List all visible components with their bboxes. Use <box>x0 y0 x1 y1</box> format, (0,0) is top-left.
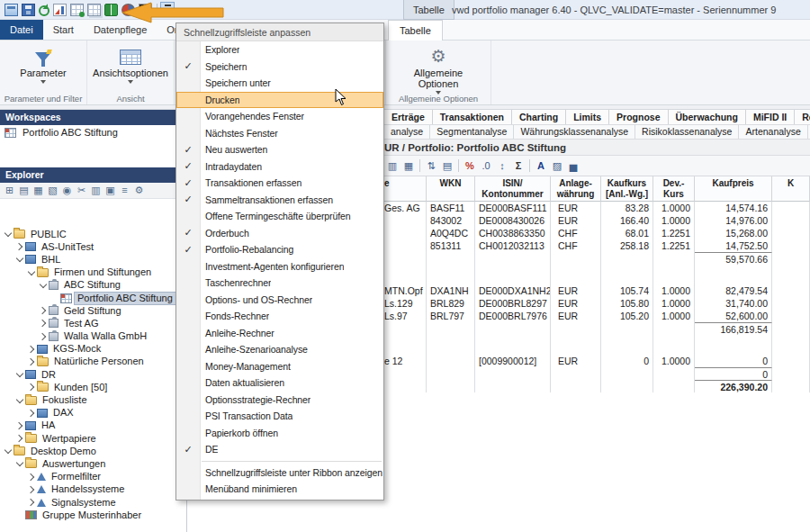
ribbon-tab-start[interactable]: Start <box>43 20 84 40</box>
tree-item-nat-rliche-personen[interactable]: Natürliche Personen <box>0 356 186 368</box>
menu-item-transaktionen-erfassen[interactable]: ✓Transaktionen erfassen <box>176 175 383 192</box>
menu-item-anleihe-szenarioanalyse[interactable]: Anleihe-Szenarioanalyse <box>176 341 383 358</box>
menu-item-sammeltransaktionen-erfassen[interactable]: ✓Sammeltransaktionen erfassen <box>176 192 383 209</box>
tree-item-test-ag[interactable]: Test AG <box>0 317 186 329</box>
tree-item-kunden-50[interactable]: Kunden [50] <box>0 381 186 393</box>
settings-icon[interactable]: ⚙ <box>132 184 146 197</box>
expander-open-icon[interactable] <box>15 396 24 405</box>
rows-icon[interactable]: ▤ <box>440 158 454 173</box>
tab-analyse[interactable]: analyse <box>384 125 430 139</box>
parameter-button[interactable]: Parameter <box>0 44 86 84</box>
search-icon[interactable]: ◉ <box>60 184 74 197</box>
menu-item-neu-auswerten[interactable]: ✓Neu auswerten <box>176 141 383 158</box>
tab-segmentanalyse[interactable]: Segmentanalyse <box>430 125 514 139</box>
expander-closed-icon[interactable] <box>27 357 36 366</box>
percent-icon[interactable]: % <box>463 158 477 173</box>
column-header-dev[interactable]: Dev.-Kurs <box>653 176 695 202</box>
transaktionen-erfassen-icon[interactable] <box>70 4 84 16</box>
copy-icon[interactable]: ▥ <box>89 184 103 197</box>
tab-limits[interactable]: Limits <box>566 110 609 124</box>
expander-closed-icon[interactable] <box>27 498 36 507</box>
sum-icon[interactable]: Σ <box>511 158 526 173</box>
allgemeine-optionen-button[interactable]: ⚙ Allgemeine Optionen <box>386 44 490 95</box>
tree-item-walla-walla-gmbh[interactable]: Walla Walla GmbH <box>0 330 186 343</box>
tree-item-fokusliste[interactable]: Fokusliste <box>0 393 186 406</box>
fill-icon[interactable]: ▨ <box>550 158 564 173</box>
menu-item-schnellzugriffsleiste-unter-ribbon-anzeigen[interactable]: Schnellzugriffsleiste unter Ribbon anzei… <box>176 464 383 482</box>
menu-item-anleihe-rechner[interactable]: Anleihe-Rechner <box>176 325 383 342</box>
tab-transaktionen[interactable]: Transaktionen <box>433 110 512 124</box>
expander-closed-icon[interactable] <box>27 473 36 482</box>
tree-item-bhl[interactable]: BHL <box>0 253 186 266</box>
menu-item-explorer[interactable]: Explorer <box>176 41 383 59</box>
neu-auswerten-icon[interactable] <box>39 5 50 16</box>
tree-item-wertpapiere[interactable]: Wertpapiere <box>0 432 186 445</box>
table-view-icon[interactable]: ▦ <box>401 158 416 173</box>
tree-item-geld-stiftung[interactable]: Geld Stiftung <box>0 304 186 317</box>
menu-item-investment-agenten-konfigurieren[interactable]: Investment-Agenten konfigurieren <box>176 258 383 275</box>
menu-item-portfolio-rebalancing[interactable]: ✓Portfolio-Rebalancing <box>176 241 383 258</box>
menu-item-speichern-unter[interactable]: Speichern unter <box>176 75 383 92</box>
tab-artenanalyse[interactable]: Artenanalyse <box>739 125 807 139</box>
tree-item-ha[interactable]: HA <box>0 419 186 432</box>
menu-item-intradaydaten[interactable]: ✓Intradaydaten <box>176 158 383 176</box>
tab-risikoklassenanalyse[interactable]: Risikoklassenanalyse <box>635 125 739 139</box>
expander-open-icon[interactable] <box>4 230 13 239</box>
sort-icon[interactable]: ⇅ <box>424 158 438 173</box>
tree-item-abc-stiftung[interactable]: ABC Stiftung <box>0 279 186 292</box>
tree-item-portfolio-abc-stiftung[interactable]: Portfolio ABC Stiftung <box>0 292 186 304</box>
menu-item-money-management[interactable]: Money-Management <box>176 358 383 375</box>
expander-closed-icon[interactable] <box>15 434 24 443</box>
menu-item-optionsstrategie-rechner[interactable]: Optionsstrategie-Rechner <box>176 392 383 409</box>
font-icon[interactable]: A <box>534 158 548 173</box>
tree-item-auswertungen[interactable]: Auswertungen <box>0 457 186 470</box>
tree-item-signalsysteme[interactable]: Signalsysteme <box>0 496 186 509</box>
expander-closed-icon[interactable] <box>39 306 48 315</box>
expander-open-icon[interactable] <box>15 255 24 264</box>
menu-item-vorangehendes-fenster[interactable]: Vorangehendes Fenster <box>176 108 383 125</box>
menu-item-men-band-minimieren[interactable]: Menüband minimieren <box>176 481 383 498</box>
menu-item-psi-transaction-data[interactable]: PSI Transaction Data <box>176 408 383 425</box>
ansichtsoptionen-button[interactable]: Ansichtsoptionen <box>87 44 174 84</box>
tree-item-as-unittest[interactable]: AS-UnitTest <box>0 240 186 253</box>
column-header-wkn[interactable]: WKN <box>427 176 475 202</box>
tab-charting[interactable]: Charting <box>512 110 566 124</box>
column-header-k[interactable]: K <box>772 176 810 202</box>
ribbon-tab-tabelle[interactable]: Tabelle <box>388 20 443 41</box>
chart-icon[interactable]: ▅ <box>566 158 580 173</box>
expander-closed-icon[interactable] <box>27 485 36 494</box>
menu-item-n-chstes-fenster[interactable]: Nächstes Fenster <box>176 125 383 142</box>
sammeltransaktionen-icon[interactable] <box>87 4 101 16</box>
menu-item-orderbuch[interactable]: ✓Orderbuch <box>176 225 383 242</box>
tab-w-hrungsklassenanalyse[interactable]: Währungsklassenanalyse <box>514 125 635 139</box>
tab-prognose[interactable]: Prognose <box>609 110 668 124</box>
expander-open-icon[interactable] <box>4 446 13 455</box>
paste-icon[interactable]: ▣ <box>104 184 117 197</box>
columns-icon[interactable]: ▥ <box>385 158 400 173</box>
expander-closed-icon[interactable] <box>27 345 36 354</box>
tab-reporting[interactable]: Reporting <box>795 110 810 124</box>
expander-closed-icon[interactable] <box>39 332 48 341</box>
workspace-item-portfolio-abc-stiftung[interactable]: Portfolio ABC Stiftung <box>0 125 186 140</box>
menu-item-drucken[interactable]: Drucken <box>176 92 383 109</box>
tree-item-desktop-demo[interactable]: Desktop Demo <box>0 445 186 457</box>
expander-open-icon[interactable] <box>39 281 48 290</box>
expander-closed-icon[interactable] <box>27 409 36 418</box>
menu-item-daten-aktualisieren[interactable]: Daten aktualisieren <box>176 374 383 392</box>
column-header-kaufkurs[interactable]: Kaufkurs[Anl.-Wg.] <box>601 176 653 202</box>
expander-open-icon[interactable] <box>27 268 36 277</box>
tab-berwachung[interactable]: Überwachung <box>669 110 746 124</box>
tree-item-gruppe-musterinhaber[interactable]: Gruppe Musterinhaber <box>0 509 186 521</box>
menu-item-offene-termingesch-fte-berpr-fen[interactable]: Offene Termingeschäfte überprüfen <box>176 208 383 225</box>
menu-item-de[interactable]: ✓DE <box>176 441 383 458</box>
column-header-anlage[interactable]: Anlage-währung <box>551 176 601 202</box>
expander-closed-icon[interactable] <box>15 242 24 251</box>
expander-closed-icon[interactable] <box>39 319 48 328</box>
tab-mifid-ii[interactable]: MiFID II <box>746 110 795 124</box>
tree-item-kgs-mock[interactable]: KGS-Mock <box>0 343 186 356</box>
details-view-icon[interactable]: ▦ <box>32 184 45 197</box>
filter-icon[interactable]: ≡ <box>118 184 131 197</box>
tab-ertr-ge[interactable]: Erträge <box>384 110 433 124</box>
ribbon-tab-datei[interactable]: Datei <box>0 20 43 40</box>
intradaydaten-icon[interactable] <box>53 4 67 16</box>
